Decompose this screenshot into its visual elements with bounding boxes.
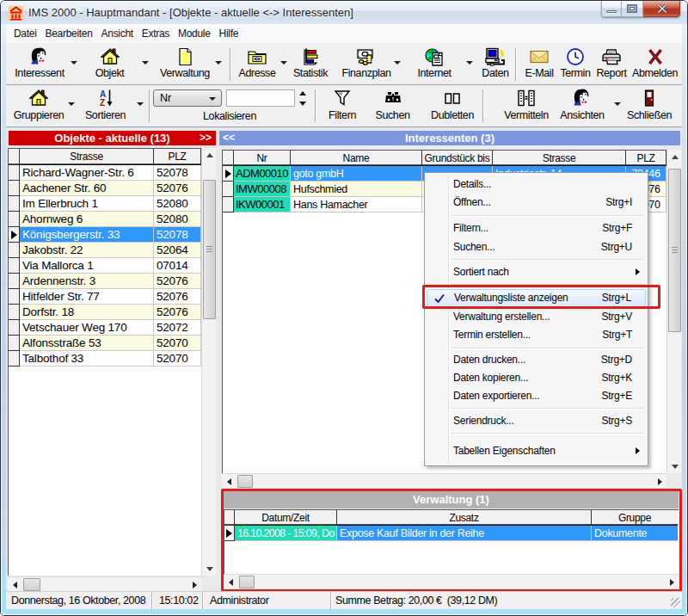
scroll-right-button[interactable] (187, 577, 201, 592)
menu-item-sortiert-nach[interactable]: Sortiert nach (427, 263, 646, 281)
menu-item-verwaltungsliste-anzeigen[interactable]: Verwaltungsliste anzeigen Strg+L (427, 289, 646, 307)
scroll-thumb[interactable] (203, 180, 216, 319)
titlebar[interactable]: IMS 2000 - Hauptmandant - [Objekte - akt… (1, 1, 687, 24)
scroll-thumb[interactable] (668, 169, 681, 332)
toolbar-ansichten-button[interactable]: Ansichten (556, 88, 609, 124)
scroll-right-button[interactable] (665, 575, 679, 589)
gruppieren-dropdown-arrow[interactable] (68, 102, 75, 106)
scroll-thumb[interactable] (239, 576, 255, 588)
maximize-button[interactable] (622, 1, 643, 17)
toolbar-schliessen-button[interactable]: Schließen (625, 88, 673, 124)
scroll-left-button[interactable] (224, 575, 237, 589)
left-row-3[interactable]: Ahornweg 6 52080 (9, 212, 201, 227)
left-row-12[interactable]: Talbothof 33 52070 (9, 351, 201, 367)
left-row-6[interactable]: Via Mallorca 1 07014 (9, 258, 201, 274)
toolbar-filtern-button[interactable]: Filtern (324, 88, 360, 124)
right-header-strasse[interactable]: Strasse (493, 151, 626, 166)
menu-item-filtern[interactable]: Filtern... Strg+F (427, 219, 646, 237)
toolbar-daten-button[interactable]: Daten (478, 46, 513, 83)
finanzplan-dropdown-arrow[interactable] (394, 61, 401, 65)
toolbar-sortieren-button[interactable]: A Z Sortieren (82, 88, 129, 124)
right-panel-collapse-button[interactable]: << (223, 131, 235, 145)
close-button[interactable] (643, 1, 680, 17)
left-row-7[interactable]: Ardennenstr. 3 52076 (9, 274, 201, 289)
right-header-nr[interactable]: Nr (234, 151, 291, 166)
menu-extras[interactable]: Extras (138, 25, 174, 42)
left-header-strasse[interactable]: Strasse (20, 149, 154, 165)
toolbar-email-button[interactable]: E-Mail (521, 46, 557, 83)
toolbar-adresse-button[interactable]: Adresse (236, 46, 279, 83)
menu-module[interactable]: Module (174, 25, 215, 42)
left-row-9[interactable]: Dorfstr. 18 52076 (9, 305, 201, 320)
toolbar-suchen-button[interactable]: Suchen (373, 88, 412, 124)
menu-item-oeffnen[interactable]: Öffnen... Strg+I (427, 194, 646, 212)
bottom-header-gruppe[interactable]: Gruppe (592, 510, 678, 526)
left-row-8[interactable]: Hitfelder Str. 77 52076 (9, 289, 201, 305)
toolbar-objekt-button[interactable]: Objekt (86, 46, 133, 83)
right-header-name[interactable]: Name (291, 151, 422, 166)
menu-item-tabellen-eigenschaften[interactable]: Tabellen Eigenschaften (427, 442, 646, 460)
left-row-5[interactable]: Jakobstr. 22 52064 (9, 243, 201, 258)
spinner-up-icon[interactable] (299, 91, 306, 95)
bottom-header-zusatz[interactable]: Zusatz (337, 510, 592, 526)
scroll-left-button[interactable] (8, 577, 22, 592)
scroll-thumb[interactable] (237, 475, 253, 488)
scroll-right-button[interactable] (653, 474, 666, 489)
scroll-down-button[interactable] (667, 459, 682, 473)
toolbar-termin-button[interactable]: Termin (557, 46, 593, 83)
ansichten-dropdown-arrow[interactable] (614, 102, 621, 106)
resize-grip[interactable] (671, 598, 680, 607)
spinner-down-icon[interactable] (299, 102, 306, 106)
toolbar-interessent-button[interactable]: Interessent (11, 46, 68, 83)
scroll-thumb[interactable] (23, 578, 40, 591)
scroll-left-button[interactable] (222, 474, 236, 489)
lokalisieren-input[interactable] (226, 89, 295, 107)
left-table-hscrollbar[interactable] (8, 576, 201, 591)
menu-item-daten-exportieren[interactable]: Daten exportieren... Strg+E (427, 387, 646, 405)
scroll-down-button[interactable] (202, 562, 217, 576)
toolbar-verwaltung-button[interactable]: Verwaltung (157, 46, 212, 83)
scroll-up-button[interactable] (667, 150, 682, 163)
lokalisieren-field-select[interactable]: Nr (153, 89, 222, 107)
left-row-1[interactable]: Aachener Str. 60 52076 (9, 181, 201, 196)
interessent-dropdown-arrow[interactable] (71, 61, 77, 65)
left-table-vscrollbar[interactable] (201, 148, 216, 576)
verwaltung-dropdown-arrow[interactable] (215, 61, 222, 65)
toolbar-internet-button[interactable]: Internet (413, 46, 456, 83)
toolbar-gruppieren-button[interactable]: Gruppieren (10, 88, 67, 124)
toolbar-statistik-button[interactable]: Statistik (290, 46, 331, 83)
objekt-dropdown-arrow[interactable] (142, 61, 149, 65)
toolbar-dubletten-button[interactable]: Dubletten (426, 88, 479, 124)
menu-item-suchen[interactable]: Suchen... Strg+U (427, 238, 646, 256)
right-header-grundstueck[interactable]: Grundstück bis (422, 151, 493, 166)
menu-item-daten-drucken[interactable]: Daten drucken... Strg+D (427, 351, 646, 369)
left-row-0[interactable]: Richard-Wagner-Str. 6 52078 (9, 165, 201, 181)
toolbar-report-button[interactable]: Report (593, 46, 630, 83)
toolbar-vermitteln-button[interactable]: Vermitteln (497, 88, 556, 124)
menu-item-seriendruck[interactable]: Seriendruck... Strg+S (427, 412, 646, 430)
toolbar-abmelden-button[interactable]: Abmelden (631, 46, 679, 83)
menu-item-termin-erstellen[interactable]: Termin erstellen... Strg+T (427, 326, 646, 344)
menu-item-verwaltung-erstellen[interactable]: Verwaltung erstellen... Strg+V (427, 308, 646, 326)
left-row-11[interactable]: Alfonsstraße 53 52070 (9, 336, 201, 351)
toolbar-finanzplan-button[interactable]: Finanzplan (340, 46, 393, 83)
right-table-hscrollbar[interactable] (222, 473, 666, 488)
bottom-header-datum[interactable]: Datum/Zeit (235, 510, 337, 526)
internet-dropdown-arrow[interactable] (466, 61, 473, 65)
scroll-up-button[interactable] (202, 148, 217, 162)
menu-datei[interactable]: Datei (9, 25, 41, 42)
menu-hilfe[interactable]: Hilfe (215, 25, 243, 42)
menu-bearbeiten[interactable]: Bearbeiten (41, 25, 97, 42)
left-row-10[interactable]: Vetschauer Weg 170 52072 (9, 320, 201, 336)
right-header-plz[interactable]: PLZ (626, 151, 666, 166)
bottom-row-0-selected[interactable]: 16.10.2008 - 15:09, Do Expose Kauf Bilde… (224, 526, 679, 541)
left-header-plz[interactable]: PLZ (154, 149, 201, 165)
menu-item-details[interactable]: Details... (427, 176, 646, 194)
menu-ansicht[interactable]: Ansicht (97, 25, 138, 42)
left-panel-collapse-button[interactable]: >> (200, 131, 212, 145)
minimize-button[interactable] (601, 1, 622, 17)
adresse-dropdown-arrow[interactable] (280, 61, 287, 65)
sortieren-dropdown-arrow[interactable] (137, 102, 144, 106)
bottom-table-hscrollbar[interactable] (224, 574, 679, 588)
left-row-2[interactable]: Im Ellerbruch 1 52080 (9, 196, 201, 212)
